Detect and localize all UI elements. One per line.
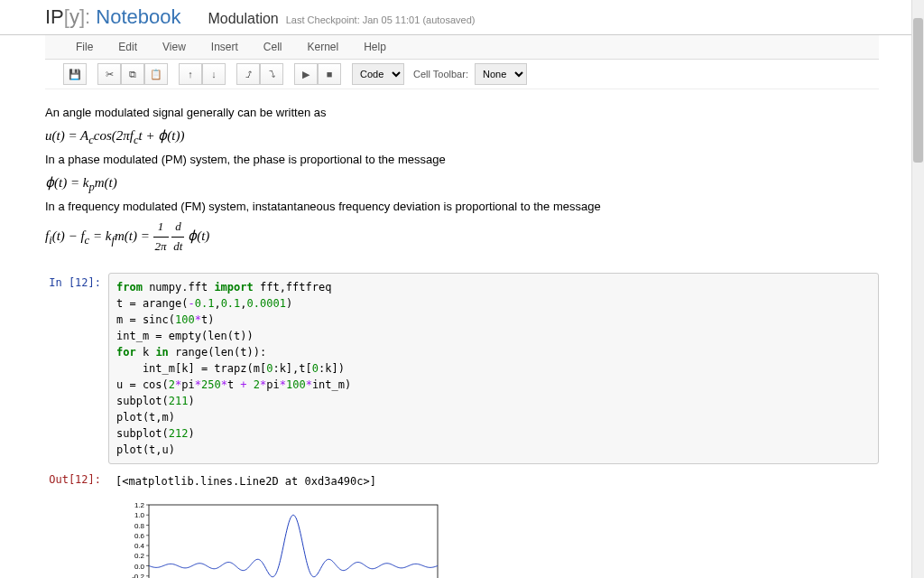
markdown-cell[interactable]: An angle modulated signal generally can … bbox=[45, 98, 879, 267]
svg-text:0.4: 0.4 bbox=[134, 542, 145, 550]
text-line: An angle modulated signal generally can … bbox=[45, 104, 879, 123]
save-button[interactable]: 💾 bbox=[63, 63, 87, 85]
in-prompt: In [12]: bbox=[45, 273, 108, 464]
notebook-name[interactable]: Modulation bbox=[208, 11, 278, 27]
logo: IP[y]: Notebook bbox=[45, 5, 180, 29]
svg-text:0.6: 0.6 bbox=[134, 532, 145, 540]
text-line: In a frequency modulated (FM) system, in… bbox=[45, 198, 879, 217]
logo-y: y bbox=[69, 5, 79, 28]
svg-rect-0 bbox=[149, 505, 438, 578]
equation: u(t) = Accos(2πfct + ϕ(t)) bbox=[45, 125, 879, 149]
logo-notebook: Notebook bbox=[96, 5, 180, 28]
run-above-button[interactable]: ⭜ bbox=[236, 63, 260, 85]
play-icon: ▶ bbox=[302, 69, 310, 80]
cell-type-select[interactable]: Code bbox=[352, 63, 404, 85]
run-below-button[interactable]: ⭝ bbox=[260, 63, 283, 85]
equation: fi(t) − fc = kfm(t) = 12π ddt ϕ(t) bbox=[45, 218, 879, 256]
scroll-thumb[interactable] bbox=[913, 18, 923, 163]
cut-button[interactable]: ✂ bbox=[97, 63, 121, 85]
cell-toolbar-label: Cell Toolbar: bbox=[413, 69, 468, 79]
logo-bracket2: ]: bbox=[79, 5, 90, 28]
step-up-icon: ⭜ bbox=[244, 69, 254, 79]
menu-kernel[interactable]: Kernel bbox=[295, 35, 352, 59]
svg-text:0.2: 0.2 bbox=[134, 552, 145, 560]
paste-button[interactable]: 📋 bbox=[144, 63, 168, 85]
menu-edit[interactable]: Edit bbox=[106, 35, 150, 59]
cell-toolbar-select[interactable]: None bbox=[475, 63, 527, 85]
menubar: File Edit View Insert Cell Kernel Help bbox=[45, 35, 879, 60]
menu-cell[interactable]: Cell bbox=[251, 35, 295, 59]
svg-text:-0.2: -0.2 bbox=[132, 573, 144, 578]
menu-file[interactable]: File bbox=[63, 35, 106, 59]
output-cell: Out[12]: [<matplotlib.lines.Line2D at 0x… bbox=[45, 470, 879, 493]
stop-icon: ■ bbox=[327, 69, 333, 79]
menu-view[interactable]: View bbox=[150, 35, 199, 59]
move-down-button[interactable]: ↓ bbox=[202, 63, 226, 85]
step-down-icon: ⭝ bbox=[267, 69, 277, 79]
out-prompt: Out[12]: bbox=[45, 470, 108, 493]
logo-ip: IP bbox=[45, 5, 64, 28]
notebook-container: An angle modulated signal generally can … bbox=[0, 89, 924, 578]
menu-insert[interactable]: Insert bbox=[199, 35, 251, 59]
equation: ϕ(t) = kpm(t) bbox=[45, 172, 879, 196]
cut-icon: ✂ bbox=[106, 69, 114, 80]
output-plot: -0.4-0.20.00.20.40.60.81.01.2-0.10-0.050… bbox=[108, 500, 879, 578]
svg-text:0.8: 0.8 bbox=[134, 521, 145, 529]
text-line: In a phase modulated (PM) system, the ph… bbox=[45, 151, 879, 170]
svg-text:0.0: 0.0 bbox=[134, 562, 145, 570]
header: IP[y]: Notebook Modulation Last Checkpoi… bbox=[0, 0, 924, 35]
copy-icon: ⧉ bbox=[129, 69, 136, 80]
arrow-up-icon: ↑ bbox=[188, 69, 193, 79]
move-up-button[interactable]: ↑ bbox=[179, 63, 202, 85]
menu-help[interactable]: Help bbox=[351, 35, 399, 59]
run-button[interactable]: ▶ bbox=[294, 63, 318, 85]
arrow-down-icon: ↓ bbox=[211, 69, 217, 79]
paste-icon: 📋 bbox=[150, 69, 162, 80]
scrollbar[interactable] bbox=[911, 0, 924, 578]
checkpoint-text: Last Checkpoint: Jan 05 11:01 (autosaved… bbox=[286, 14, 476, 25]
matplotlib-figure: -0.4-0.20.00.20.40.60.81.01.2-0.10-0.050… bbox=[108, 500, 451, 578]
code-cell[interactable]: In [12]: from numpy.fft import fft,fftfr… bbox=[45, 273, 879, 464]
svg-text:1.2: 1.2 bbox=[134, 501, 145, 509]
code-input[interactable]: from numpy.fft import fft,fftfreq t = ar… bbox=[108, 273, 879, 464]
interrupt-button[interactable]: ■ bbox=[318, 63, 341, 85]
svg-text:1.0: 1.0 bbox=[134, 511, 145, 519]
output-text: [<matplotlib.lines.Line2D at 0xd3a490c>] bbox=[108, 470, 879, 493]
save-icon: 💾 bbox=[69, 69, 81, 80]
toolbar: 💾 ✂ ⧉ 📋 ↑ ↓ ⭜ ⭝ ▶ ■ Code Cell Toolbar: N… bbox=[45, 60, 879, 89]
copy-button[interactable]: ⧉ bbox=[121, 63, 144, 85]
